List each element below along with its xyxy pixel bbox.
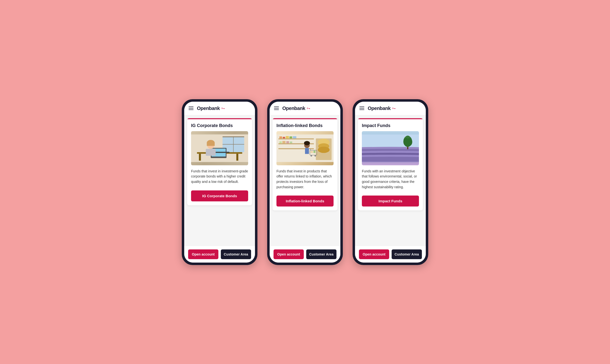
logo-2: Openbank 🗝 <box>282 105 310 111</box>
svg-rect-42 <box>313 150 315 153</box>
phone-1-footer: Open account Customer Area <box>184 246 255 263</box>
card-body-3: Impact Funds <box>358 119 423 211</box>
open-account-button-3[interactable]: Open account <box>359 249 389 259</box>
svg-point-39 <box>311 155 312 156</box>
card-image-lavender <box>362 131 419 165</box>
card-title-2: Inflation-linked Bonds <box>276 123 334 128</box>
hamburger-icon[interactable] <box>189 106 193 110</box>
logo-3: Openbank 🗝 <box>368 105 395 111</box>
logo-text-3: Openbank <box>368 105 391 111</box>
phone-2-content: Inflation-linked Bonds <box>270 115 340 246</box>
phone-1: Openbank 🗝 IG Corporate Bonds <box>182 99 258 265</box>
hamburger-icon-2[interactable] <box>274 106 279 110</box>
svg-rect-23 <box>286 136 289 138</box>
svg-rect-21 <box>279 136 282 138</box>
phone-2-header: Openbank 🗝 <box>270 102 340 115</box>
svg-point-40 <box>314 155 316 156</box>
phone-3-footer: Open account Customer Area <box>355 246 426 263</box>
svg-rect-27 <box>282 141 285 143</box>
svg-rect-28 <box>286 141 289 143</box>
svg-rect-8 <box>199 154 201 160</box>
svg-rect-16 <box>206 149 216 156</box>
phone-2-inner: Openbank 🗝 Inflation-linked Bonds <box>270 102 340 263</box>
customer-area-button-3[interactable]: Customer Area <box>392 249 422 259</box>
hamburger-icon-3[interactable] <box>359 106 364 110</box>
customer-area-button-1[interactable]: Customer Area <box>221 249 251 259</box>
customer-area-button-2[interactable]: Customer Area <box>306 249 337 259</box>
card-image-office <box>191 131 248 165</box>
svg-point-35 <box>304 141 310 145</box>
logo-text: Openbank <box>197 105 220 111</box>
card-description: Funds that invest in investment-grade co… <box>191 169 248 184</box>
card-impact-funds: Impact Funds <box>358 118 423 211</box>
card-inflation-bonds: Inflation-linked Bonds <box>272 118 338 211</box>
inflation-bonds-button[interactable]: Inflation-linked Bonds <box>276 195 334 207</box>
logo: Openbank 🗝 <box>197 105 225 111</box>
phone-3-content: Impact Funds <box>355 115 426 246</box>
card-description-3: Funds with an investment objective that … <box>362 169 419 190</box>
logo-key-icon: 🗝 <box>221 106 225 110</box>
svg-rect-26 <box>279 141 282 143</box>
card-title-3: Impact Funds <box>362 123 419 128</box>
card-body: IG Corporate Bonds <box>187 119 252 205</box>
card-image-grocery <box>276 131 334 165</box>
card-ig-bonds: IG Corporate Bonds <box>187 118 252 205</box>
card-title: IG Corporate Bonds <box>191 123 248 128</box>
svg-point-56 <box>407 138 412 146</box>
phone-2: Openbank 🗝 Inflation-linked Bonds <box>267 99 343 265</box>
phones-container: Openbank 🗝 IG Corporate Bonds <box>182 99 428 265</box>
phone-3-header: Openbank 🗝 <box>355 102 426 115</box>
svg-rect-36 <box>305 148 309 154</box>
phone-3: Openbank 🗝 Impact Funds <box>352 99 428 265</box>
lavender-illustration <box>362 131 419 165</box>
impact-funds-button[interactable]: Impact Funds <box>362 195 419 207</box>
svg-rect-18 <box>278 138 314 139</box>
svg-rect-22 <box>283 137 285 138</box>
open-account-button-2[interactable]: Open account <box>273 249 304 259</box>
office-illustration <box>191 131 248 165</box>
card-body-2: Inflation-linked Bonds <box>272 119 338 211</box>
svg-rect-29 <box>290 142 292 143</box>
logo-key-icon-2: 🗝 <box>307 106 310 110</box>
logo-text-2: Openbank <box>282 105 305 111</box>
svg-rect-9 <box>236 154 238 160</box>
svg-rect-51 <box>362 147 419 148</box>
logo-key-icon-3: 🗝 <box>392 106 395 110</box>
ig-bonds-button[interactable]: IG Corporate Bonds <box>191 190 248 201</box>
svg-rect-24 <box>289 136 292 138</box>
svg-point-50 <box>362 156 419 161</box>
grocery-illustration <box>276 131 334 165</box>
phone-1-header: Openbank 🗝 <box>184 102 255 115</box>
open-account-button-1[interactable]: Open account <box>188 249 218 259</box>
card-description-2: Funds that invest in products that offer… <box>276 169 334 190</box>
phone-3-inner: Openbank 🗝 Impact Funds <box>355 102 426 263</box>
phone-1-inner: Openbank 🗝 IG Corporate Bonds <box>184 102 255 263</box>
svg-point-33 <box>318 146 329 153</box>
phone-2-footer: Open account Customer Area <box>270 246 340 263</box>
svg-rect-41 <box>311 151 313 153</box>
svg-rect-25 <box>293 136 297 138</box>
svg-rect-15 <box>207 143 215 146</box>
phone-1-content: IG Corporate Bonds <box>184 115 255 246</box>
